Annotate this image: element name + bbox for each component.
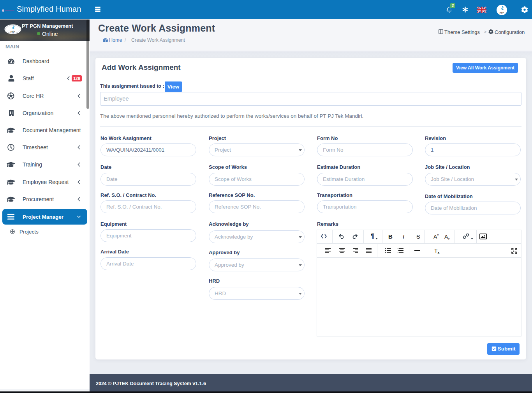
svg-text:pgn: pgn: [500, 11, 504, 14]
svg-text:pgn: pgn: [11, 30, 16, 33]
